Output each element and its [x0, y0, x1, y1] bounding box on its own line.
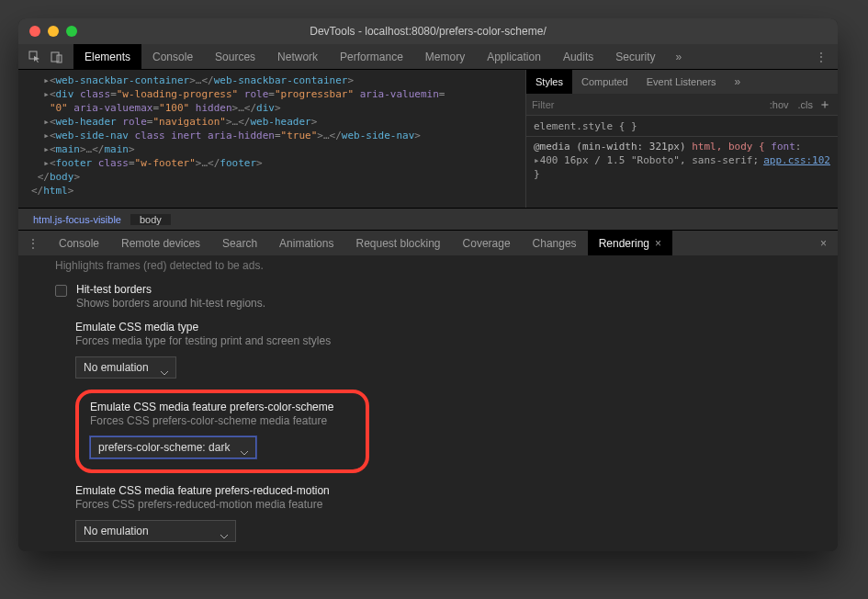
- close-icon[interactable]: ×: [655, 237, 661, 250]
- tab-network[interactable]: Network: [266, 44, 329, 69]
- drawer-tab-request-blocking[interactable]: Request blocking: [344, 231, 451, 255]
- chevron-down-icon: [241, 446, 248, 450]
- tab-security[interactable]: Security: [604, 44, 666, 69]
- toggle-cls[interactable]: .cls: [794, 99, 818, 110]
- drawer-tab-coverage[interactable]: Coverage: [452, 231, 522, 255]
- device-toolbar-icon[interactable]: [50, 50, 64, 64]
- tab-computed[interactable]: Computed: [572, 70, 637, 94]
- breadcrumb-html[interactable]: html.js-focus-visible: [24, 214, 130, 225]
- new-style-rule-icon[interactable]: ＋: [817, 97, 832, 112]
- svg-rect-1: [51, 52, 59, 62]
- emulate-media-type-select[interactable]: No emulation: [75, 356, 176, 379]
- prm-title: Emulate CSS media feature prefers-reduce…: [75, 484, 814, 497]
- styles-more-tabs[interactable]: »: [726, 75, 750, 88]
- prm-desc: Forces CSS prefers-reduced-motion media …: [75, 498, 814, 511]
- devtools-window: DevTools - localhost:8080/prefers-color-…: [18, 18, 838, 551]
- truncated-previous-setting: Highlights frames (red) detected to be a…: [55, 259, 814, 272]
- tab-elements[interactable]: Elements: [73, 44, 141, 69]
- rendering-panel: Highlights frames (red) detected to be a…: [18, 255, 838, 551]
- drawer-tab-bar: ⋮ Console Remote devices Search Animatio…: [18, 230, 838, 255]
- emulate-media-type-title: Emulate CSS media type: [75, 321, 814, 333]
- pcs-value: prefers-color-scheme: dark: [98, 441, 230, 454]
- drawer-menu-icon[interactable]: ⋮: [18, 237, 48, 250]
- css-source-link[interactable]: app.css:102: [763, 153, 830, 167]
- emulate-media-type-value: No emulation: [84, 361, 149, 374]
- drawer-tab-remote-devices[interactable]: Remote devices: [110, 231, 211, 255]
- tab-console[interactable]: Console: [141, 44, 204, 69]
- window-title: DevTools - localhost:8080/prefers-color-…: [18, 25, 838, 38]
- tab-performance[interactable]: Performance: [329, 44, 414, 69]
- tab-sources[interactable]: Sources: [204, 44, 266, 69]
- toggle-hov[interactable]: :hov: [765, 99, 794, 110]
- settings-menu-icon[interactable]: ⋮: [805, 51, 838, 63]
- close-drawer-icon[interactable]: ×: [809, 237, 838, 250]
- prefers-reduced-motion-setting: Emulate CSS media feature prefers-reduce…: [75, 484, 814, 542]
- tab-audits[interactable]: Audits: [552, 44, 604, 69]
- dom-tree[interactable]: ▸<web-snackbar-container>…</web-snackbar…: [18, 70, 525, 208]
- styles-rules[interactable]: element.style { } @media (min-width: 321…: [526, 116, 838, 185]
- drawer-tab-changes[interactable]: Changes: [522, 231, 588, 255]
- drawer-tab-animations[interactable]: Animations: [268, 231, 344, 255]
- tab-memory[interactable]: Memory: [414, 44, 476, 69]
- inspect-element-icon[interactable]: [28, 50, 42, 64]
- window-titlebar: DevTools - localhost:8080/prefers-color-…: [18, 18, 838, 44]
- pcs-title: Emulate CSS media feature prefers-color-…: [90, 401, 355, 413]
- prefers-reduced-motion-select[interactable]: No emulation: [75, 520, 236, 542]
- more-tabs-button[interactable]: »: [667, 44, 692, 69]
- main-tab-bar: Elements Console Sources Network Perform…: [18, 44, 838, 70]
- breadcrumb-body[interactable]: body: [130, 214, 171, 225]
- hit-test-borders-checkbox[interactable]: [55, 285, 67, 297]
- prefers-color-scheme-callout: Emulate CSS media feature prefers-color-…: [75, 390, 369, 473]
- styles-sidebar: Styles Computed Event Listeners » :hov .…: [525, 70, 838, 208]
- hit-test-desc: Shows borders around hit-test regions.: [76, 297, 265, 310]
- hit-test-borders-setting: Hit-test borders Shows borders around hi…: [55, 283, 814, 310]
- chevron-down-icon: [220, 529, 228, 534]
- drawer-tab-search[interactable]: Search: [211, 231, 268, 255]
- hit-test-title: Hit-test borders: [76, 283, 265, 296]
- prefers-color-scheme-select[interactable]: prefers-color-scheme: dark: [90, 436, 256, 458]
- styles-filter-input[interactable]: [532, 99, 765, 110]
- tab-styles[interactable]: Styles: [526, 70, 572, 94]
- chevron-down-icon: [161, 366, 168, 370]
- drawer-tab-console[interactable]: Console: [48, 231, 110, 255]
- drawer-tab-rendering[interactable]: Rendering×: [588, 231, 672, 255]
- elements-breadcrumb: html.js-focus-visible body: [18, 208, 838, 230]
- prm-value: No emulation: [84, 525, 149, 537]
- emulate-media-type-desc: Forces media type for testing print and …: [75, 334, 814, 347]
- elements-panel: ▸<web-snackbar-container>…</web-snackbar…: [18, 70, 838, 208]
- emulate-media-type-setting: Emulate CSS media type Forces media type…: [75, 321, 814, 379]
- tab-application[interactable]: Application: [476, 44, 552, 69]
- pcs-desc: Forces CSS prefers-color-scheme media fe…: [90, 414, 355, 427]
- styles-tab-bar: Styles Computed Event Listeners »: [526, 70, 838, 94]
- styles-filter-row: :hov .cls ＋: [526, 94, 838, 116]
- tab-event-listeners[interactable]: Event Listeners: [637, 70, 726, 94]
